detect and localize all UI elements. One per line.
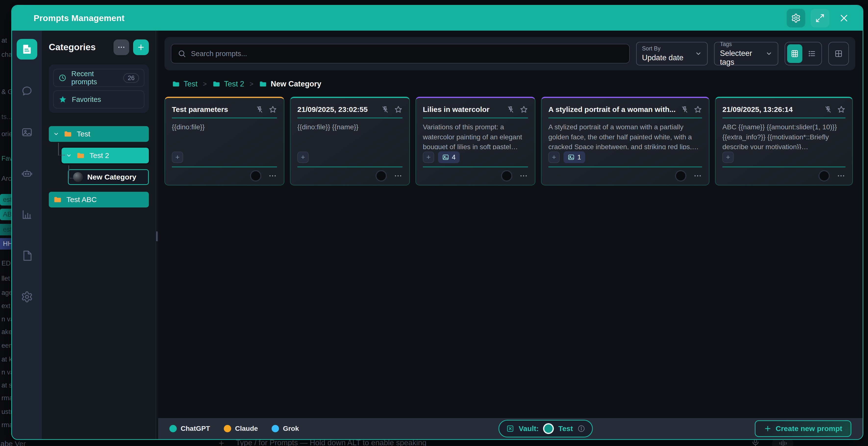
card-menu-button[interactable]: [693, 171, 702, 180]
breadcrumb: Test > Test 2 > New Category: [172, 79, 863, 89]
image-count-badge: 1: [563, 151, 585, 163]
bg-sidebar-item: Favor: [1, 155, 11, 162]
empty-area: [158, 185, 863, 418]
breadcrumb-separator: >: [203, 80, 207, 88]
folder-icon: [76, 151, 85, 160]
chevron-down-icon[interactable]: [66, 152, 72, 159]
model-indicator[interactable]: [501, 170, 512, 181]
prompt-card[interactable]: Lilies in watercolor Variations of this …: [415, 97, 535, 185]
unpin-button[interactable]: [824, 105, 832, 114]
sort-dropdown[interactable]: Sort By Update date: [636, 42, 708, 65]
favorite-button[interactable]: [837, 105, 845, 114]
folder-icon: [63, 130, 72, 138]
add-category-button[interactable]: [133, 39, 149, 55]
chatgpt-dot: [169, 425, 177, 432]
columns-view-button[interactable]: [828, 42, 849, 65]
prompt-card[interactable]: 21/09/2025, 13:26:14 ABC {{name}} {{amou…: [715, 97, 853, 185]
add-tag-button[interactable]: +: [548, 151, 560, 163]
image-icon: [21, 126, 33, 138]
model-indicator[interactable]: [818, 170, 830, 181]
close-icon: [839, 13, 849, 23]
folder-icon: [53, 195, 62, 204]
bg-sidebar-item: at sta: [1, 382, 11, 389]
breadcrumb-test[interactable]: Test: [172, 79, 197, 89]
info-icon[interactable]: [577, 425, 585, 433]
nav-gallery[interactable]: [21, 126, 33, 138]
add-tag-button[interactable]: +: [297, 151, 309, 163]
favorites-item[interactable]: Favorites: [53, 90, 144, 108]
legend-label: Claude: [235, 425, 258, 433]
unpin-button[interactable]: [506, 105, 515, 114]
image-icon: [442, 153, 449, 161]
grok-dot: [272, 425, 279, 432]
create-button-label: Create new prompt: [776, 424, 842, 433]
model-indicator[interactable]: [250, 170, 261, 181]
add-tag-button[interactable]: +: [423, 151, 434, 163]
bg-sidebar-item: ext co: [1, 302, 11, 310]
card-separator: [297, 117, 403, 118]
bg-sidebar-item: ED (2: [1, 260, 11, 267]
nav-assistant[interactable]: [21, 167, 33, 179]
favorite-button[interactable]: [520, 105, 528, 114]
list-view-button[interactable]: [804, 44, 819, 63]
favorite-button[interactable]: [694, 105, 702, 114]
legend-claude: Claude: [224, 425, 258, 433]
recent-count-badge: 26: [123, 73, 139, 83]
model-indicator[interactable]: [675, 170, 686, 181]
tree-item-new-category[interactable]: New Category: [68, 169, 149, 185]
unpin-button[interactable]: [381, 105, 389, 114]
vault-selector[interactable]: Vault: Test: [498, 420, 593, 438]
panel-resize-handle[interactable]: [156, 232, 158, 241]
add-tag-button[interactable]: +: [172, 151, 183, 163]
search-input[interactable]: [191, 50, 623, 58]
close-button[interactable]: [835, 9, 853, 27]
favorite-button[interactable]: [394, 105, 403, 114]
expand-button[interactable]: [811, 9, 829, 27]
breadcrumb-label: Test: [184, 79, 197, 89]
tree-item-test-abc[interactable]: Test ABC: [49, 192, 149, 207]
card-menu-button[interactable]: [268, 171, 277, 180]
model-indicator[interactable]: [375, 170, 387, 181]
breadcrumb-test-2[interactable]: Test 2: [212, 79, 244, 89]
chevron-down-icon[interactable]: [53, 131, 59, 137]
prompt-card[interactable]: 21/09/2025, 23:02:55 {{dino:file}} {{nam…: [290, 97, 410, 185]
settings-button[interactable]: [786, 9, 805, 27]
tags-dropdown[interactable]: Tags Selecteer tags: [714, 42, 778, 65]
grid-view-button[interactable]: [787, 44, 802, 63]
unpin-button[interactable]: [680, 105, 689, 114]
create-new-prompt-button[interactable]: Create new prompt: [755, 420, 851, 437]
card-menu-button[interactable]: [394, 171, 403, 180]
card-menu-button[interactable]: [837, 171, 845, 180]
footer-bar: ChatGPT Claude Grok Vault:: [158, 418, 863, 439]
window-titlebar[interactable]: Prompts Management: [12, 6, 863, 31]
nav-prompts[interactable]: [17, 39, 37, 60]
nav-settings[interactable]: [21, 291, 33, 303]
unpin-button[interactable]: [255, 105, 264, 114]
nav-stats[interactable]: [21, 208, 33, 221]
card-body-text: ABC {{name}} {{amount:slider(1, 10)}} {{…: [722, 122, 845, 149]
plus-icon: [764, 425, 772, 433]
breadcrumb-new-category[interactable]: New Category: [259, 79, 321, 89]
prompt-card[interactable]: Test parameters {{dino:file}} +: [164, 97, 284, 185]
tree-item-test-2[interactable]: Test 2: [62, 148, 149, 163]
card-body-text: Variations of this prompt: a watercolor …: [423, 122, 528, 149]
chevron-down-icon: [766, 50, 772, 57]
legend-label: ChatGPT: [181, 425, 210, 433]
nav-files[interactable]: [21, 249, 33, 262]
card-menu-button[interactable]: [519, 171, 528, 180]
tree-connector: [68, 165, 75, 178]
favorite-button[interactable]: [269, 105, 277, 114]
add-tag-button[interactable]: +: [722, 151, 734, 163]
recent-prompts-item[interactable]: Recent prompts 26: [53, 69, 144, 87]
card-separator: [722, 117, 845, 118]
prompt-card[interactable]: A stylized portrait of a woman with... A…: [541, 97, 709, 185]
card-title: Test parameters: [172, 105, 250, 114]
card-body-text: A stylized portrait of a woman with a pa…: [548, 122, 702, 149]
categories-more-button[interactable]: [114, 39, 129, 55]
bg-sidebar-item: rmatie: [1, 421, 11, 429]
bg-sidebar-item: ories: [1, 130, 11, 138]
search-box[interactable]: [171, 44, 630, 63]
nav-chat[interactable]: [21, 85, 33, 97]
tree-item-test[interactable]: Test: [49, 126, 149, 142]
sort-value: Update date: [642, 54, 690, 62]
